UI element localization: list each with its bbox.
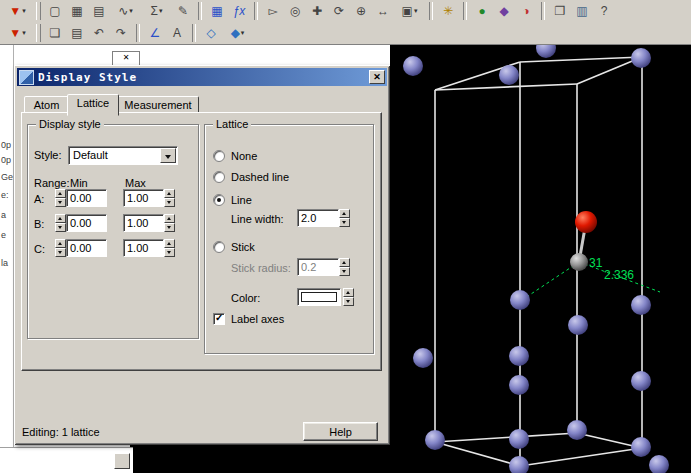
table-icon[interactable]: ▦: [67, 1, 87, 21]
a-min-input[interactable]: 0.00: [66, 189, 107, 207]
c-min-input[interactable]: 0.00: [66, 239, 107, 257]
c-max-input[interactable]: 1.00: [123, 239, 164, 257]
view-mode-dropdown[interactable]: ▣▾: [395, 1, 424, 21]
pane-corner-widget[interactable]: [114, 453, 130, 469]
rotate-icon[interactable]: ⟳: [329, 1, 349, 21]
radio-line[interactable]: Line: [213, 193, 252, 206]
measure-angle-icon[interactable]: ∠: [145, 23, 165, 43]
select-arrow-icon[interactable]: ▻: [263, 1, 283, 21]
grid-icon[interactable]: ▦: [207, 1, 227, 21]
color-by-icon: ◑: [522, 5, 529, 17]
color-spinner[interactable]: [343, 288, 354, 306]
spin-down-icon[interactable]: [339, 218, 350, 227]
paste-icon[interactable]: ▤: [67, 23, 87, 43]
radio-none[interactable]: None: [213, 149, 257, 162]
zoom-icon[interactable]: ◎: [285, 1, 305, 21]
metal-atom[interactable]: [631, 371, 651, 391]
spin-down-icon[interactable]: [164, 248, 175, 257]
annotation-color-dropdown: ▼: [9, 5, 21, 17]
carbon-atom[interactable]: [570, 253, 588, 271]
spin-up-icon[interactable]: [339, 209, 350, 218]
metal-atom[interactable]: [425, 430, 445, 450]
spin-down-icon[interactable]: [343, 297, 354, 306]
tab-lattice[interactable]: Lattice: [67, 94, 119, 116]
spin-up-icon[interactable]: [55, 214, 66, 223]
recent-style-dropdown[interactable]: ▼▾: [3, 23, 32, 43]
b-min-spinner[interactable]: [55, 214, 66, 232]
sum-dropdown[interactable]: Σ▾: [142, 1, 171, 21]
lighting-icon[interactable]: ✳: [438, 1, 458, 21]
help-button[interactable]: Help: [303, 422, 378, 441]
spin-down-icon[interactable]: [55, 248, 66, 257]
spin-up-icon[interactable]: [164, 214, 175, 223]
a-max-spinner[interactable]: [164, 189, 175, 207]
metal-atom[interactable]: [403, 56, 423, 76]
style-select[interactable]: Default: [68, 146, 178, 165]
metal-atom[interactable]: [510, 290, 530, 310]
metal-atom[interactable]: [568, 315, 588, 335]
edit-icon[interactable]: ✎: [173, 1, 193, 21]
radio-stick[interactable]: Stick: [213, 240, 255, 253]
metal-atom[interactable]: [413, 348, 433, 368]
a-max-input[interactable]: 1.00: [123, 189, 164, 207]
spin-up-icon[interactable]: [164, 239, 175, 248]
metal-atom[interactable]: [509, 429, 529, 449]
clipped-panel-text: la: [1, 258, 8, 268]
spin-up-icon[interactable]: [343, 288, 354, 297]
undo-icon[interactable]: ↶: [89, 23, 109, 43]
sheet-icon[interactable]: ▢: [45, 1, 65, 21]
report-icon[interactable]: ▥: [572, 1, 592, 21]
line-width-input[interactable]: 2.0: [297, 209, 339, 227]
chart-view-icon[interactable]: ▤: [89, 1, 109, 21]
dialog-status-text: Editing: 1 lattice: [22, 426, 100, 438]
spin-down-icon[interactable]: [55, 198, 66, 207]
ball-stick-icon[interactable]: ●: [472, 1, 492, 21]
label-axes-checkbox[interactable]: Label axes: [213, 312, 284, 325]
spin-up-icon[interactable]: [55, 239, 66, 248]
metal-atom[interactable]: [509, 375, 529, 395]
a-min-spinner[interactable]: [55, 189, 66, 207]
help-icon[interactable]: ?: [594, 1, 614, 21]
oxygen-atom[interactable]: [575, 211, 597, 233]
function-icon[interactable]: ƒx: [229, 1, 249, 21]
fit-view-icon[interactable]: ↔: [373, 1, 393, 21]
metal-atom[interactable]: [631, 295, 651, 315]
close-icon[interactable]: ✕: [123, 53, 130, 62]
spin-up-icon[interactable]: [164, 189, 175, 198]
document-tab[interactable]: ✕: [112, 51, 140, 65]
ball-stick-icon: ●: [478, 5, 485, 17]
metal-atom[interactable]: [499, 65, 519, 85]
display-style-dropdown[interactable]: ◆▾: [223, 23, 252, 43]
center-view-icon[interactable]: ⊕: [351, 1, 371, 21]
close-button[interactable]: ✕: [369, 70, 385, 84]
spin-down-icon[interactable]: [55, 223, 66, 232]
line-width-spinner[interactable]: [339, 209, 350, 227]
b-max-input[interactable]: 1.00: [123, 214, 164, 232]
metal-atom[interactable]: [567, 420, 587, 440]
polyhedra-icon[interactable]: ◆: [494, 1, 514, 21]
spin-down-icon[interactable]: [164, 223, 175, 232]
metal-atom[interactable]: [631, 48, 651, 68]
color-swatch[interactable]: [297, 288, 341, 306]
metal-atom[interactable]: [509, 346, 529, 366]
chevron-down-icon[interactable]: [160, 148, 176, 163]
c-min-spinner[interactable]: [55, 239, 66, 257]
copy-icon[interactable]: ❏: [45, 23, 65, 43]
c-max-spinner[interactable]: [164, 239, 175, 257]
sum-dropdown: Σ: [151, 5, 158, 17]
pan-icon[interactable]: ✚: [307, 1, 327, 21]
graph-dropdown[interactable]: ∿▾: [111, 1, 140, 21]
new-window-icon[interactable]: ❐: [550, 1, 570, 21]
b-max-spinner[interactable]: [164, 214, 175, 232]
b-min-input[interactable]: 0.00: [66, 214, 107, 232]
spin-up-icon[interactable]: [55, 189, 66, 198]
annotation-color-dropdown[interactable]: ▼▾: [3, 1, 32, 21]
redo-icon[interactable]: ↷: [111, 23, 131, 43]
color-by-icon[interactable]: ◑: [516, 1, 536, 21]
spin-down-icon[interactable]: [164, 198, 175, 207]
isosurface-icon[interactable]: ◇: [201, 23, 221, 43]
label-atoms-icon[interactable]: A: [167, 23, 187, 43]
dialog-titlebar[interactable]: Display Style ✕: [17, 68, 387, 86]
radio-dashed-line[interactable]: Dashed line: [213, 170, 289, 183]
metal-atom[interactable]: [631, 437, 651, 457]
